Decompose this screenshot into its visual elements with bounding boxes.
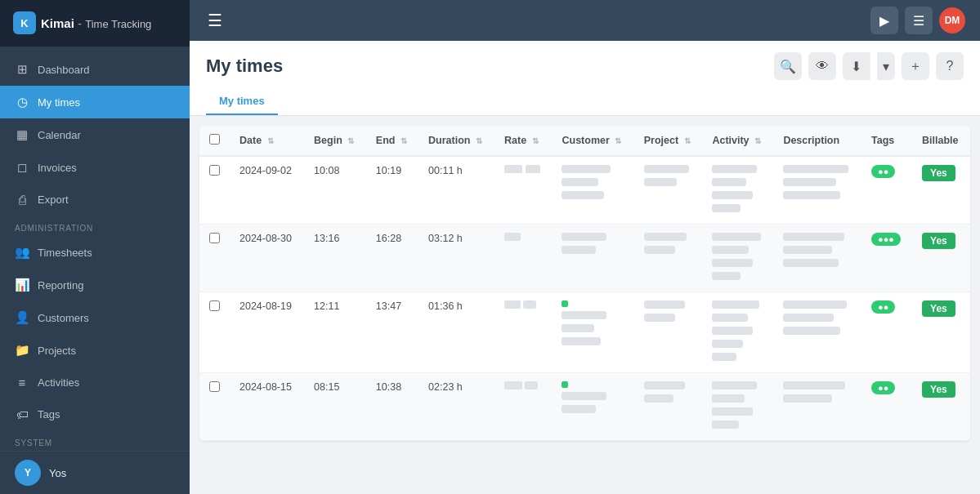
app-name: Kimai - Time Tracking — [41, 16, 151, 30]
cell-rate — [494, 156, 552, 225]
col-customer[interactable]: Customer ⇅ — [552, 126, 633, 156]
page-title: My times — [206, 56, 283, 77]
cell-duration: 00:11 h — [418, 156, 494, 225]
select-all-checkbox[interactable] — [209, 134, 220, 145]
sidebar-item-export[interactable]: ⎙ Export — [0, 184, 190, 216]
help-button[interactable]: ? — [936, 52, 964, 80]
sidebar-item-customers[interactable]: 👤 Customers — [0, 301, 190, 334]
row-checkbox[interactable] — [209, 233, 220, 243]
row-checkbox[interactable] — [209, 300, 220, 311]
col-description[interactable]: Description — [773, 126, 861, 156]
page-header: My times 🔍 👁 ⬇ ▾ ＋ ? My times — [190, 41, 980, 116]
cell-activity — [702, 156, 773, 225]
topbar-avatar[interactable]: DM — [939, 7, 965, 33]
col-tags[interactable]: Tags — [861, 126, 912, 156]
sidebar-item-label: Reporting — [38, 279, 83, 292]
reporting-icon: 📊 — [15, 278, 29, 292]
activities-icon: ≡ — [15, 376, 29, 389]
dashboard-icon: ⊞ — [15, 62, 29, 77]
tags-icon: 🏷 — [15, 407, 29, 421]
sidebar-item-projects[interactable]: 📁 Projects — [0, 334, 190, 367]
visibility-button[interactable]: 👁 — [808, 52, 836, 80]
admin-section-label: Administration — [0, 216, 190, 236]
user-avatar-bottom: Y — [15, 460, 41, 486]
sidebar-item-my-times[interactable]: ◷ My times — [0, 86, 190, 118]
list-button[interactable]: ☰ — [905, 7, 933, 34]
cell-activity — [702, 292, 773, 373]
topbar-left: ☰ — [204, 7, 226, 33]
sidebar-item-timesheets[interactable]: 👥 Timesheets — [0, 236, 190, 269]
cell-customer — [552, 373, 633, 441]
cell-begin: 13:16 — [304, 225, 366, 292]
row-checkbox-cell[interactable] — [199, 292, 230, 373]
sidebar-item-calendar[interactable]: ▦ Calendar — [0, 118, 190, 151]
system-section-label: System — [0, 430, 190, 451]
sidebar-item-tags[interactable]: 🏷 Tags — [0, 398, 190, 430]
cell-project — [634, 373, 703, 441]
cell-date: 2024-08-15 — [230, 373, 304, 441]
row-checkbox-cell[interactable] — [199, 373, 230, 441]
col-end[interactable]: End ⇅ — [366, 126, 418, 156]
sidebar: K Kimai - Time Tracking ⊞ Dashboard ◷ My… — [0, 0, 190, 494]
row-checkbox-cell[interactable] — [199, 156, 230, 225]
search-button[interactable]: 🔍 — [774, 52, 802, 80]
download-arrow-button[interactable]: ▾ — [877, 52, 895, 80]
cell-rate — [494, 225, 552, 292]
time-entries-table-container: Date ⇅ Begin ⇅ End ⇅ Duration ⇅ Rate ⇅ C… — [199, 126, 970, 441]
tab-my-times[interactable]: My times — [206, 88, 278, 115]
col-date[interactable]: Date ⇅ — [230, 126, 304, 156]
projects-icon: 📁 — [15, 343, 29, 358]
content-area: My times 🔍 👁 ⬇ ▾ ＋ ? My times — [190, 41, 980, 494]
col-rate[interactable]: Rate ⇅ — [494, 126, 552, 156]
sidebar-item-dashboard[interactable]: ⊞ Dashboard — [0, 53, 190, 86]
download-button[interactable]: ⬇ — [843, 52, 870, 80]
row-checkbox[interactable] — [209, 165, 220, 176]
row-checkbox[interactable] — [209, 381, 220, 392]
sidebar-item-label: Dashboard — [38, 64, 90, 76]
cell-tags: ●● — [861, 156, 912, 225]
my-times-icon: ◷ — [15, 95, 29, 109]
calendar-icon: ▦ — [15, 127, 29, 142]
cell-tags: ●●● — [861, 225, 912, 292]
hamburger-button[interactable]: ☰ — [204, 7, 226, 33]
sidebar-item-reporting[interactable]: 📊 Reporting — [0, 269, 190, 301]
cell-begin: 12:11 — [304, 292, 366, 373]
page-tabs: My times — [206, 88, 964, 115]
cell-end: 10:38 — [366, 373, 418, 441]
col-billable[interactable]: Billable — [912, 126, 970, 156]
sidebar-bottom-user[interactable]: Y Yos — [0, 451, 190, 494]
cell-billable: Yes — [912, 225, 970, 292]
timesheets-icon: 👥 — [15, 245, 29, 260]
cell-date: 2024-08-30 — [230, 225, 304, 292]
sidebar-item-invoices[interactable]: ◻ Invoices — [0, 151, 190, 184]
col-activity[interactable]: Activity ⇅ — [702, 126, 773, 156]
table-row: 2024-08-19 12:11 13:47 01:36 h — [199, 292, 970, 373]
sidebar-item-activities[interactable]: ≡ Activities — [0, 367, 190, 398]
add-button[interactable]: ＋ — [902, 52, 929, 80]
page-header-top: My times 🔍 👁 ⬇ ▾ ＋ ? — [206, 52, 964, 80]
col-duration[interactable]: Duration ⇅ — [418, 126, 494, 156]
customers-icon: 👤 — [15, 310, 29, 325]
cell-description — [773, 156, 861, 225]
cell-customer — [552, 156, 633, 225]
cell-begin: 10:08 — [304, 156, 366, 225]
cell-duration: 03:12 h — [418, 225, 494, 292]
cell-project — [634, 292, 703, 373]
sidebar-item-label: Export — [38, 194, 69, 206]
table-header-row: Date ⇅ Begin ⇅ End ⇅ Duration ⇅ Rate ⇅ C… — [199, 126, 970, 156]
sidebar-item-label: Invoices — [38, 162, 77, 174]
cell-end: 13:47 — [366, 292, 418, 373]
app-logo: K Kimai - Time Tracking — [0, 0, 190, 47]
sidebar-item-label: My times — [38, 96, 80, 109]
cell-customer — [552, 225, 633, 292]
play-button[interactable]: ▶ — [870, 7, 898, 34]
col-begin[interactable]: Begin ⇅ — [304, 126, 366, 156]
logo-icon: K — [13, 11, 36, 34]
col-project[interactable]: Project ⇅ — [634, 126, 703, 156]
row-checkbox-cell[interactable] — [199, 225, 230, 292]
select-all-header[interactable] — [199, 126, 230, 156]
sidebar-item-label: Timesheets — [38, 247, 92, 259]
sidebar-item-label: Activities — [38, 376, 79, 389]
invoices-icon: ◻ — [15, 160, 29, 175]
username-bottom: Yos — [49, 467, 66, 479]
